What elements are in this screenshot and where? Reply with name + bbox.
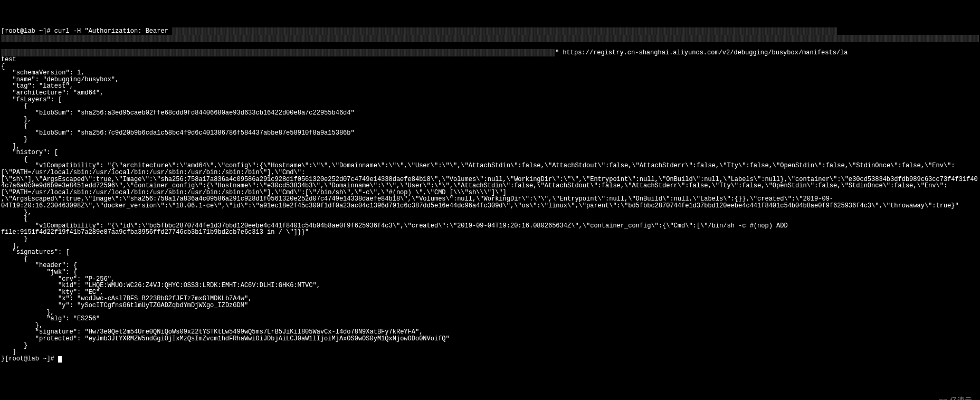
- redacted-token: [172, 27, 837, 35]
- redacted-token-end: [1, 49, 555, 56]
- cursor: [58, 356, 62, 363]
- terminal-output[interactable]: [root@lab ~]# curl -H "Authorization: Be…: [1, 27, 979, 362]
- url-text: " https://registry.cn-shanghai.aliyuncs.…: [555, 49, 848, 56]
- watermark-icon: [938, 398, 948, 401]
- output-line: "protected": "eyJmb3JtYXRMZW5ndGgiOjIxMz…: [1, 335, 450, 342]
- output-line: "v1Compatibility": "{\"id\":\"bd5fbbc287…: [1, 222, 792, 236]
- prompt: [root@lab ~]#: [5, 355, 58, 363]
- output-line: "blobSum": "sha256:a3ed95caeb02ffe68cdd9…: [1, 109, 355, 117]
- watermark-text: 亿速云: [950, 397, 972, 400]
- prompt: [root@lab ~]#: [1, 28, 54, 35]
- output-line: "v1Compatibility": "{\"architecture\":\"…: [1, 162, 978, 209]
- command-text: curl -H "Authorization: Bearer: [54, 28, 172, 35]
- watermark: 亿速云: [938, 397, 972, 400]
- output-line: "blobSum": "sha256:7c9d20b9b6cda1c58bc4f…: [1, 129, 355, 137]
- redacted-line: [1, 35, 979, 42]
